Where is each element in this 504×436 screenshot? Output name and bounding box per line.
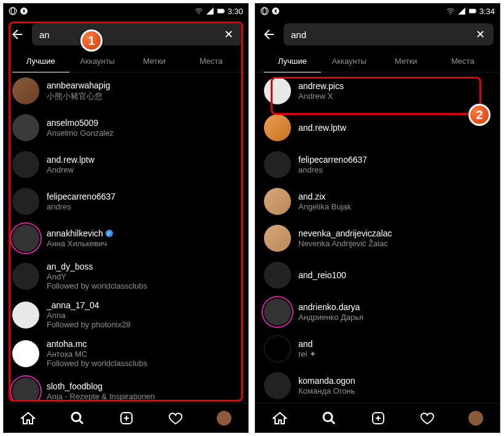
result-item[interactable]: felipecarreno6637andres bbox=[4, 183, 248, 220]
avatar bbox=[264, 188, 291, 215]
result-text: and.zixAngelika Bujak bbox=[298, 192, 491, 211]
follow-info: Followed by worldclassclubs bbox=[47, 281, 239, 290]
signal-icon bbox=[457, 7, 466, 15]
avatar bbox=[264, 77, 291, 104]
username: and bbox=[298, 339, 491, 349]
search-field[interactable]: ✕ bbox=[284, 23, 494, 45]
nav-search[interactable] bbox=[321, 410, 337, 426]
nav-profile[interactable] bbox=[468, 411, 483, 426]
nav-add[interactable] bbox=[118, 410, 134, 426]
result-text: antoha.mcАнтоха МСFollowed by worldclass… bbox=[47, 339, 239, 368]
result-item[interactable]: and_reio100 bbox=[255, 257, 500, 294]
tab-tags[interactable]: Метки bbox=[378, 50, 435, 72]
username: and_reio100 bbox=[298, 270, 491, 280]
result-item[interactable]: annbearwahapig小熊小豬官心您 bbox=[4, 72, 248, 109]
avatar bbox=[12, 340, 39, 367]
result-text: felipecarreno6637andres bbox=[47, 192, 239, 211]
svg-point-8 bbox=[261, 7, 268, 15]
wifi-icon bbox=[446, 7, 455, 15]
tab-tags[interactable]: Метки bbox=[126, 50, 183, 72]
clear-icon[interactable]: ✕ bbox=[222, 28, 235, 41]
nav-profile[interactable] bbox=[217, 411, 231, 426]
result-item[interactable]: andrienko.daryaАндриенко Дарья bbox=[255, 294, 500, 330]
result-text: andrei ✦ bbox=[298, 339, 491, 359]
svg-rect-13 bbox=[475, 10, 476, 12]
username: annbearwahapig bbox=[47, 80, 239, 90]
nav-search[interactable] bbox=[69, 410, 85, 426]
result-item[interactable]: and.rew.lptwAndrew bbox=[4, 146, 248, 183]
result-item[interactable]: and.zixAngelika Bujak bbox=[255, 183, 500, 220]
subtitle: 小熊小豬官心您 bbox=[47, 91, 239, 102]
subtitle: Andrew X bbox=[298, 91, 491, 101]
result-item[interactable]: annakhilkevichАнна Хилькевич bbox=[4, 220, 248, 257]
result-item[interactable]: an_dy_bossAndYFollowed by worldclassclub… bbox=[4, 257, 248, 295]
battery-icon bbox=[468, 7, 477, 15]
follow-info: Followed by photonix28 bbox=[47, 320, 239, 329]
avatar bbox=[264, 225, 291, 252]
search-input[interactable] bbox=[39, 29, 222, 40]
tab-best[interactable]: Лучшие bbox=[264, 50, 321, 72]
result-text: and_reio100 bbox=[298, 270, 491, 280]
result-item[interactable]: felipecarreno6637andres bbox=[255, 146, 500, 183]
clear-icon[interactable]: ✕ bbox=[474, 28, 486, 41]
avatar bbox=[12, 302, 39, 329]
back-button[interactable] bbox=[10, 27, 25, 42]
nav-add[interactable] bbox=[370, 410, 386, 426]
subtitle: andres bbox=[298, 165, 491, 174]
subtitle: Nevenka Andrijević Žalac bbox=[298, 239, 491, 248]
result-text: komanda.ogonКоманда Огонь bbox=[298, 376, 491, 395]
result-item[interactable]: antoha.mcАнтоха МСFollowed by worldclass… bbox=[4, 334, 248, 373]
nav-home[interactable] bbox=[272, 410, 288, 426]
step-badge-1: 1 bbox=[80, 29, 103, 52]
clock: 3:34 bbox=[479, 7, 495, 16]
shazam-icon bbox=[20, 7, 28, 15]
tab-places[interactable]: Места bbox=[183, 50, 240, 72]
nav-activity[interactable] bbox=[168, 410, 184, 426]
phone-left: 3:30 ✕ Лучшие Аккаунты Метки Места annbe… bbox=[3, 3, 249, 433]
svg-point-0 bbox=[9, 7, 17, 15]
result-item[interactable]: nevenka_andrijeviczalacNevenka Andrijevi… bbox=[255, 220, 500, 257]
svg-point-14 bbox=[324, 413, 332, 421]
search-field[interactable]: ✕ bbox=[32, 23, 242, 45]
svg-point-9 bbox=[263, 8, 266, 15]
tabs: Лучшие Аккаунты Метки Места bbox=[255, 50, 500, 72]
svg-point-6 bbox=[72, 413, 80, 421]
opera-icon bbox=[260, 7, 269, 15]
subtitle: Анна Хилькевич bbox=[47, 239, 239, 248]
username: anselmo5009 bbox=[47, 118, 239, 128]
avatar bbox=[12, 114, 39, 141]
svg-point-3 bbox=[198, 14, 200, 15]
tab-best[interactable]: Лучшие bbox=[12, 50, 69, 72]
nav-home[interactable] bbox=[20, 410, 36, 426]
subtitle: Андриенко Дарья bbox=[298, 313, 491, 322]
username: andrew.pics bbox=[298, 81, 491, 91]
username: and.rew.lptw bbox=[298, 123, 491, 133]
result-item[interactable]: anselmo5009Anselmo Gonzalez bbox=[4, 109, 248, 146]
tab-accounts[interactable]: Аккаунты bbox=[321, 50, 378, 72]
result-item[interactable]: sloth_foodblogAnja - Rezepte & Inspirati… bbox=[4, 373, 248, 400]
result-item[interactable]: and.rew.lptw bbox=[255, 109, 500, 146]
result-text: an_dy_bossAndYFollowed by worldclassclub… bbox=[47, 262, 239, 290]
result-text: felipecarreno6637andres bbox=[298, 155, 491, 174]
status-bar: 3:30 bbox=[4, 4, 248, 18]
subtitle: Anselmo Gonzalez bbox=[47, 128, 239, 138]
result-item[interactable]: andrei ✦ bbox=[255, 330, 500, 367]
avatar bbox=[264, 114, 291, 141]
subtitle: Anna bbox=[47, 311, 239, 320]
avatar bbox=[264, 372, 291, 399]
result-text: nevenka_andrijeviczalacNevenka Andrijevi… bbox=[298, 228, 491, 248]
username: an_dy_boss bbox=[47, 262, 239, 271]
subtitle: andres bbox=[47, 202, 239, 211]
nav-activity[interactable] bbox=[419, 410, 435, 426]
wifi-icon bbox=[195, 7, 203, 15]
result-item[interactable]: andrew.picsAndrew X bbox=[255, 72, 500, 109]
result-item[interactable]: komanda.ogonКоманда Огонь bbox=[255, 367, 500, 400]
result-text: anselmo5009Anselmo Gonzalez bbox=[47, 118, 239, 138]
avatar bbox=[264, 298, 291, 325]
username: andrienko.darya bbox=[298, 302, 491, 312]
tab-places[interactable]: Места bbox=[435, 50, 492, 72]
search-input[interactable] bbox=[291, 29, 474, 40]
result-item[interactable]: _anna_17_04AnnaFollowed by photonix28 bbox=[4, 295, 248, 334]
tab-accounts[interactable]: Аккаунты bbox=[69, 50, 126, 72]
back-button[interactable] bbox=[262, 27, 276, 42]
